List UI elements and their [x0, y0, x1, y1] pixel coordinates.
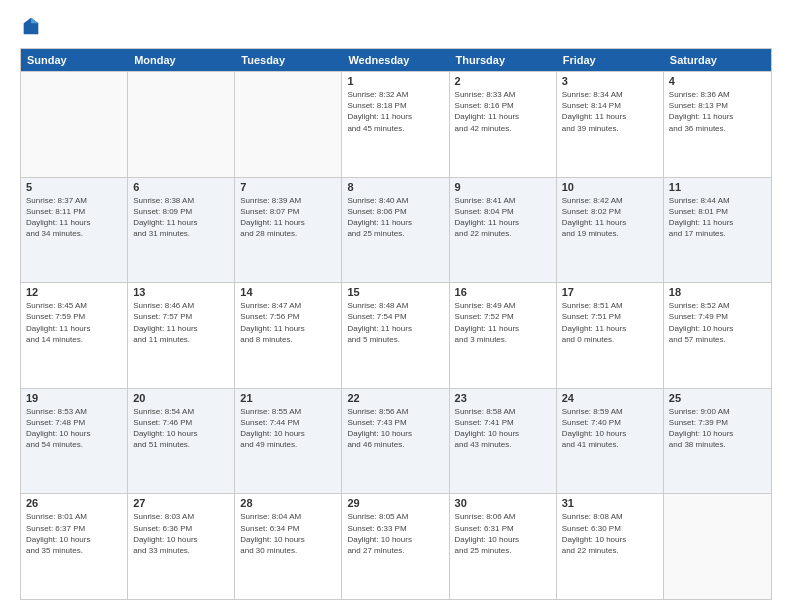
header	[20, 16, 772, 38]
day-header-thursday: Thursday	[450, 49, 557, 71]
calendar-cell	[664, 494, 771, 599]
cell-info: Sunrise: 8:06 AM Sunset: 6:31 PM Dayligh…	[455, 511, 551, 556]
cell-info: Sunrise: 8:56 AM Sunset: 7:43 PM Dayligh…	[347, 406, 443, 451]
calendar-cell: 12Sunrise: 8:45 AM Sunset: 7:59 PM Dayli…	[21, 283, 128, 388]
cell-info: Sunrise: 8:03 AM Sunset: 6:36 PM Dayligh…	[133, 511, 229, 556]
calendar-body: 1Sunrise: 8:32 AM Sunset: 8:18 PM Daylig…	[21, 71, 771, 599]
calendar-cell: 7Sunrise: 8:39 AM Sunset: 8:07 PM Daylig…	[235, 178, 342, 283]
cell-date: 18	[669, 286, 766, 298]
calendar-cell: 23Sunrise: 8:58 AM Sunset: 7:41 PM Dayli…	[450, 389, 557, 494]
calendar-row-4: 26Sunrise: 8:01 AM Sunset: 6:37 PM Dayli…	[21, 493, 771, 599]
calendar-cell: 6Sunrise: 8:38 AM Sunset: 8:09 PM Daylig…	[128, 178, 235, 283]
cell-date: 15	[347, 286, 443, 298]
cell-date: 3	[562, 75, 658, 87]
page: SundayMondayTuesdayWednesdayThursdayFrid…	[0, 0, 792, 612]
calendar-cell: 17Sunrise: 8:51 AM Sunset: 7:51 PM Dayli…	[557, 283, 664, 388]
calendar-cell: 28Sunrise: 8:04 AM Sunset: 6:34 PM Dayli…	[235, 494, 342, 599]
calendar-cell: 9Sunrise: 8:41 AM Sunset: 8:04 PM Daylig…	[450, 178, 557, 283]
cell-info: Sunrise: 8:54 AM Sunset: 7:46 PM Dayligh…	[133, 406, 229, 451]
calendar-cell: 10Sunrise: 8:42 AM Sunset: 8:02 PM Dayli…	[557, 178, 664, 283]
cell-info: Sunrise: 9:00 AM Sunset: 7:39 PM Dayligh…	[669, 406, 766, 451]
calendar-header: SundayMondayTuesdayWednesdayThursdayFrid…	[21, 49, 771, 71]
calendar: SundayMondayTuesdayWednesdayThursdayFrid…	[20, 48, 772, 600]
calendar-cell: 8Sunrise: 8:40 AM Sunset: 8:06 PM Daylig…	[342, 178, 449, 283]
calendar-cell: 22Sunrise: 8:56 AM Sunset: 7:43 PM Dayli…	[342, 389, 449, 494]
cell-date: 11	[669, 181, 766, 193]
calendar-row-1: 5Sunrise: 8:37 AM Sunset: 8:11 PM Daylig…	[21, 177, 771, 283]
cell-date: 16	[455, 286, 551, 298]
cell-date: 10	[562, 181, 658, 193]
cell-date: 8	[347, 181, 443, 193]
calendar-cell: 25Sunrise: 9:00 AM Sunset: 7:39 PM Dayli…	[664, 389, 771, 494]
cell-date: 14	[240, 286, 336, 298]
cell-info: Sunrise: 8:52 AM Sunset: 7:49 PM Dayligh…	[669, 300, 766, 345]
cell-info: Sunrise: 8:46 AM Sunset: 7:57 PM Dayligh…	[133, 300, 229, 345]
cell-date: 6	[133, 181, 229, 193]
calendar-cell: 21Sunrise: 8:55 AM Sunset: 7:44 PM Dayli…	[235, 389, 342, 494]
cell-date: 4	[669, 75, 766, 87]
calendar-cell: 19Sunrise: 8:53 AM Sunset: 7:48 PM Dayli…	[21, 389, 128, 494]
calendar-cell: 29Sunrise: 8:05 AM Sunset: 6:33 PM Dayli…	[342, 494, 449, 599]
cell-date: 2	[455, 75, 551, 87]
cell-date: 31	[562, 497, 658, 509]
cell-date: 5	[26, 181, 122, 193]
calendar-cell: 3Sunrise: 8:34 AM Sunset: 8:14 PM Daylig…	[557, 72, 664, 177]
day-header-sunday: Sunday	[21, 49, 128, 71]
cell-info: Sunrise: 8:51 AM Sunset: 7:51 PM Dayligh…	[562, 300, 658, 345]
calendar-cell: 1Sunrise: 8:32 AM Sunset: 8:18 PM Daylig…	[342, 72, 449, 177]
cell-info: Sunrise: 8:39 AM Sunset: 8:07 PM Dayligh…	[240, 195, 336, 240]
cell-date: 7	[240, 181, 336, 193]
calendar-cell: 11Sunrise: 8:44 AM Sunset: 8:01 PM Dayli…	[664, 178, 771, 283]
cell-date: 23	[455, 392, 551, 404]
cell-info: Sunrise: 8:47 AM Sunset: 7:56 PM Dayligh…	[240, 300, 336, 345]
day-header-friday: Friday	[557, 49, 664, 71]
calendar-cell: 4Sunrise: 8:36 AM Sunset: 8:13 PM Daylig…	[664, 72, 771, 177]
cell-info: Sunrise: 8:34 AM Sunset: 8:14 PM Dayligh…	[562, 89, 658, 134]
cell-info: Sunrise: 8:44 AM Sunset: 8:01 PM Dayligh…	[669, 195, 766, 240]
calendar-cell	[128, 72, 235, 177]
calendar-cell: 18Sunrise: 8:52 AM Sunset: 7:49 PM Dayli…	[664, 283, 771, 388]
cell-info: Sunrise: 8:37 AM Sunset: 8:11 PM Dayligh…	[26, 195, 122, 240]
day-header-monday: Monday	[128, 49, 235, 71]
svg-marker-1	[31, 18, 38, 24]
cell-date: 20	[133, 392, 229, 404]
calendar-cell: 20Sunrise: 8:54 AM Sunset: 7:46 PM Dayli…	[128, 389, 235, 494]
cell-date: 24	[562, 392, 658, 404]
cell-date: 27	[133, 497, 229, 509]
cell-info: Sunrise: 8:58 AM Sunset: 7:41 PM Dayligh…	[455, 406, 551, 451]
calendar-row-2: 12Sunrise: 8:45 AM Sunset: 7:59 PM Dayli…	[21, 282, 771, 388]
cell-info: Sunrise: 8:59 AM Sunset: 7:40 PM Dayligh…	[562, 406, 658, 451]
calendar-cell: 27Sunrise: 8:03 AM Sunset: 6:36 PM Dayli…	[128, 494, 235, 599]
cell-info: Sunrise: 8:42 AM Sunset: 8:02 PM Dayligh…	[562, 195, 658, 240]
cell-info: Sunrise: 8:53 AM Sunset: 7:48 PM Dayligh…	[26, 406, 122, 451]
calendar-cell: 26Sunrise: 8:01 AM Sunset: 6:37 PM Dayli…	[21, 494, 128, 599]
calendar-cell: 2Sunrise: 8:33 AM Sunset: 8:16 PM Daylig…	[450, 72, 557, 177]
cell-date: 9	[455, 181, 551, 193]
cell-info: Sunrise: 8:41 AM Sunset: 8:04 PM Dayligh…	[455, 195, 551, 240]
cell-date: 28	[240, 497, 336, 509]
cell-date: 21	[240, 392, 336, 404]
logo-icon	[20, 16, 42, 38]
cell-info: Sunrise: 8:32 AM Sunset: 8:18 PM Dayligh…	[347, 89, 443, 134]
calendar-cell: 30Sunrise: 8:06 AM Sunset: 6:31 PM Dayli…	[450, 494, 557, 599]
calendar-cell	[235, 72, 342, 177]
calendar-cell: 5Sunrise: 8:37 AM Sunset: 8:11 PM Daylig…	[21, 178, 128, 283]
cell-info: Sunrise: 8:36 AM Sunset: 8:13 PM Dayligh…	[669, 89, 766, 134]
calendar-cell: 14Sunrise: 8:47 AM Sunset: 7:56 PM Dayli…	[235, 283, 342, 388]
logo	[20, 16, 46, 38]
cell-info: Sunrise: 8:01 AM Sunset: 6:37 PM Dayligh…	[26, 511, 122, 556]
cell-date: 29	[347, 497, 443, 509]
cell-info: Sunrise: 8:08 AM Sunset: 6:30 PM Dayligh…	[562, 511, 658, 556]
cell-info: Sunrise: 8:48 AM Sunset: 7:54 PM Dayligh…	[347, 300, 443, 345]
cell-info: Sunrise: 8:04 AM Sunset: 6:34 PM Dayligh…	[240, 511, 336, 556]
cell-date: 26	[26, 497, 122, 509]
calendar-row-0: 1Sunrise: 8:32 AM Sunset: 8:18 PM Daylig…	[21, 71, 771, 177]
cell-info: Sunrise: 8:49 AM Sunset: 7:52 PM Dayligh…	[455, 300, 551, 345]
cell-date: 25	[669, 392, 766, 404]
calendar-cell: 13Sunrise: 8:46 AM Sunset: 7:57 PM Dayli…	[128, 283, 235, 388]
calendar-cell	[21, 72, 128, 177]
calendar-row-3: 19Sunrise: 8:53 AM Sunset: 7:48 PM Dayli…	[21, 388, 771, 494]
cell-date: 22	[347, 392, 443, 404]
calendar-cell: 31Sunrise: 8:08 AM Sunset: 6:30 PM Dayli…	[557, 494, 664, 599]
day-header-wednesday: Wednesday	[342, 49, 449, 71]
